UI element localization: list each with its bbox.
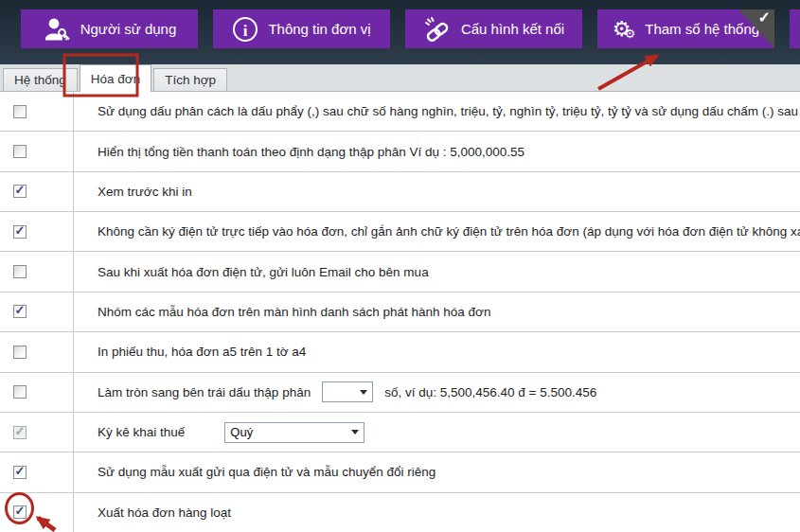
row-dropdown[interactable]: Quý [224,422,364,443]
tab-hoa-don[interactable]: Hóa đơn [80,64,151,92]
table-row: ✓ Sau khi xuất hóa đơn điện tử, gửi luôn… [0,252,800,292]
row-checkbox[interactable]: ✓ [13,145,27,158]
row-label: Nhóm các mẫu hóa đơn trên màn hình danh … [98,305,490,319]
chevron-down-icon [360,390,367,395]
row-checkbox[interactable]: ✓ [13,305,27,318]
table-row: ✓ Không cần ký điện tử trực tiếp vào hóa… [0,212,800,252]
table-row: ✓ Xem trước khi in [0,172,800,212]
table-row: ✓ Nhóm các mẫu hóa đơn trên màn hình dan… [0,293,800,332]
settings-tabbar: Hệ thống Hóa đơn Tích hợp [0,64,800,92]
tab-label: Hệ thống [14,73,66,87]
unit-info-button-label: Thông tin đơn vị [268,21,370,37]
checkbox-cell: ✓ [0,293,74,331]
gears-icon: ⚙⚙ [613,18,635,40]
svg-text:i: i [243,22,248,40]
table-row: ✓ Hiển thị tổng tiền thanh toán theo địn… [0,132,800,171]
checkbox-cell: ✓ [0,332,74,371]
row-checkbox[interactable]: ✓ [13,225,27,239]
tab-label: Tích hợp [165,73,216,87]
checkbox-cell: ✓ [0,373,74,412]
table-row: ✓ Xuất hóa đơn hàng loạt [0,493,800,532]
unit-info-button[interactable]: i Thông tin đơn vị [213,9,390,48]
checkbox-cell: ✓ [0,252,74,291]
tab-tich-hop[interactable]: Tích hợp [153,68,227,91]
checkbox-cell: ✓ [0,452,74,491]
row-label: Hiển thị tổng tiền thanh toán theo định … [98,145,524,159]
row-checkbox[interactable]: ✓ [13,185,27,198]
row-suffix: số, ví dụ: 5,500,456.40 đ = 5.500.456 [384,385,596,399]
row-checkbox[interactable]: ✓ [13,466,27,479]
row-label: Sử dụng mẫu xuất gửi qua điện tử và mẫu … [98,465,436,479]
checkbox-cell: ✓ [0,172,74,211]
checkmark-icon: ✓ [15,505,26,517]
info-icon: i [232,16,258,43]
row-label: Làm tròn sang bên trái dấu thập phân [98,385,311,399]
checkmark-icon: ✓ [15,184,26,196]
checkmark-icon: ✓ [15,465,26,477]
row-label: In phiếu thu, hóa đơn a5 trên 1 tờ a4 [98,345,306,359]
table-row: ✓ Sử dụng dấu phân cách là dấu phẩy (,) … [0,92,800,132]
chevron-down-icon [351,430,359,434]
tab-label: Hóa đơn [91,72,140,86]
connection-config-button[interactable]: Cấu hình kết nối [405,9,582,48]
row-checkbox[interactable]: ✓ [13,426,27,439]
table-row: ✓ In phiếu thu, hóa đơn a5 trên 1 tờ a4 [0,332,800,372]
row-checkbox[interactable]: ✓ [13,346,27,359]
row-label: Xem trước khi in [98,185,192,199]
user-key-icon [43,16,71,43]
row-label: Sử dụng dấu phân cách là dấu phẩy (,) sa… [98,104,800,118]
dropdown-value: Quý [230,425,253,439]
link-icon [423,16,452,43]
users-button[interactable]: Người sử dụng [21,9,198,48]
checkbox-cell: ✓ [0,132,74,170]
row-checkbox[interactable]: ✓ [13,505,27,519]
table-row: ✓ Sử dụng mẫu xuất gửi qua điện tử và mẫ… [0,452,800,492]
row-label: Không cần ký điện tử trực tiếp vào hóa đ… [98,224,800,239]
selected-check-icon: ✓ [758,10,771,26]
row-label: Xuất hóa đơn hàng loạt [98,505,231,520]
row-checkbox[interactable]: ✓ [13,265,27,278]
system-params-button[interactable]: ⚙⚙ Tham số hệ thống ✓ [597,9,774,48]
checkbox-cell: ✓ [0,493,74,532]
checkbox-cell: ✓ [0,92,74,131]
checkbox-cell: ✓ [0,212,74,251]
checkmark-icon: ✓ [15,425,26,437]
checkmark-icon: ✓ [15,224,26,237]
row-checkbox[interactable]: ✓ [13,105,27,118]
row-checkbox[interactable]: ✓ [13,385,27,399]
row-dropdown[interactable] [322,381,373,402]
checkbox-cell: ✓ [0,413,74,452]
top-toolbar: Người sử dụng i Thông tin đơn vị Cấu hìn… [0,0,800,64]
table-row: ✓ Làm tròn sang bên trái dấu thập phân s… [0,373,800,413]
checkmark-icon: ✓ [15,304,26,316]
partial-toolbar-button[interactable] [790,9,800,48]
row-label: Kỳ kê khai thuế [98,425,185,439]
connection-config-button-label: Cấu hình kết nối [461,21,564,37]
settings-table: ✓ Sử dụng dấu phân cách là dấu phẩy (,) … [0,92,800,532]
table-row: ✓ Kỳ kê khai thuế Quý [0,413,800,452]
row-label: Sau khi xuất hóa đơn điện tử, gửi luôn E… [98,265,429,279]
tab-he-thong[interactable]: Hệ thống [3,68,78,91]
users-button-label: Người sử dụng [80,21,177,37]
